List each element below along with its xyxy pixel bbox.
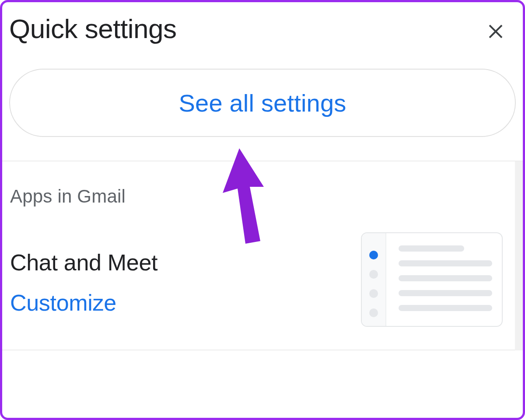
preview-line xyxy=(399,290,492,296)
see-all-settings-label: See all settings xyxy=(179,89,346,117)
preview-line xyxy=(399,305,492,311)
section-divider xyxy=(2,350,515,350)
see-all-settings-wrap: See all settings xyxy=(2,44,523,161)
chat-and-meet-text: Chat and Meet Customize xyxy=(10,249,158,316)
chat-and-meet-row: Chat and Meet Customize xyxy=(10,238,515,327)
quick-settings-panel: Quick settings See all settings Apps in … xyxy=(0,0,525,420)
close-icon xyxy=(485,20,506,41)
scroll-region: Apps in Gmail Chat and Meet Customize xyxy=(2,161,523,350)
preview-line xyxy=(399,275,492,281)
preview-dot xyxy=(369,270,378,279)
preview-line xyxy=(399,245,464,252)
panel-inner: Quick settings See all settings Apps in … xyxy=(2,2,523,418)
preview-sidebar xyxy=(362,233,386,326)
chat-and-meet-title: Chat and Meet xyxy=(10,249,158,276)
customize-link[interactable]: Customize xyxy=(10,290,158,316)
preview-dot-active xyxy=(369,251,378,259)
chat-and-meet-preview[interactable] xyxy=(361,232,503,327)
see-all-settings-button[interactable]: See all settings xyxy=(9,69,516,137)
preview-line xyxy=(399,260,492,266)
preview-main xyxy=(386,233,502,326)
panel-header: Quick settings xyxy=(2,2,523,44)
preview-dot xyxy=(369,308,378,317)
panel-title: Quick settings xyxy=(9,13,176,44)
preview-dot xyxy=(369,289,378,298)
apps-in-gmail-section: Apps in Gmail Chat and Meet Customize xyxy=(2,161,523,350)
apps-in-gmail-heading: Apps in Gmail xyxy=(10,186,515,207)
close-button[interactable] xyxy=(482,16,510,44)
scrollbar-trough[interactable] xyxy=(515,161,523,350)
